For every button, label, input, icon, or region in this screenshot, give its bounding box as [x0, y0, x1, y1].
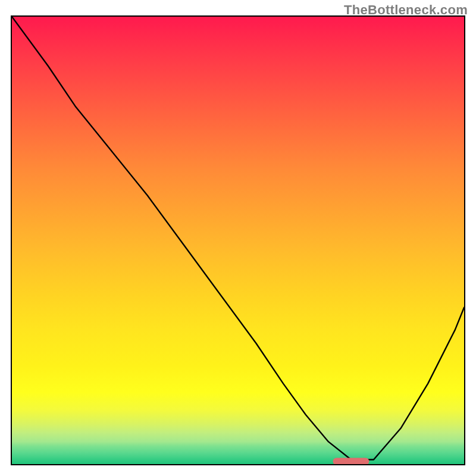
chart-container: TheBottleneck.com — [0, 0, 476, 476]
plot-area — [11, 15, 465, 465]
optimal-region-marker — [333, 458, 369, 464]
chart-svg — [12, 17, 464, 464]
bottleneck-curve — [12, 17, 464, 459]
